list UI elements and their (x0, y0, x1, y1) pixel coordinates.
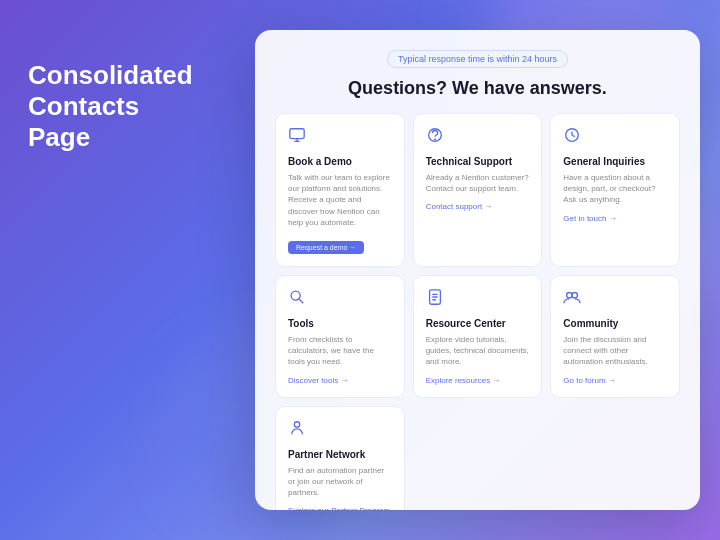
support-icon (426, 126, 448, 148)
file-icon (426, 288, 448, 310)
tools-card: Tools From checklists to calculators, we… (275, 275, 405, 398)
monitor-icon (288, 126, 310, 148)
general-inquiries-desc: Have a question about a design, part, or… (563, 172, 667, 206)
partner-icon (288, 419, 310, 441)
questions-title: Questions? We have answers. (275, 78, 680, 99)
resource-center-title: Resource Center (426, 318, 530, 329)
search-icon (288, 288, 310, 310)
tech-support-desc: Already a Nention customer? Contact our … (426, 172, 530, 194)
contact-support-link[interactable]: Contact support → (426, 202, 530, 211)
clock-icon (563, 126, 585, 148)
partner-program-link[interactable]: Explore our Partner Program → (288, 506, 392, 510)
resource-center-card: Resource Center Explore video tutorials,… (413, 275, 543, 398)
book-demo-card: Book a Demo Talk with our team to explor… (275, 113, 405, 267)
community-title: Community (563, 318, 667, 329)
tools-title: Tools (288, 318, 392, 329)
discover-tools-link[interactable]: Discover tools → (288, 376, 392, 385)
page-label: Consolidated Contacts Page (28, 60, 193, 154)
community-card: Community Join the discussion and connec… (550, 275, 680, 398)
tools-desc: From checklists to calculators, we have … (288, 334, 392, 368)
svg-point-6 (291, 291, 300, 300)
community-icon (563, 288, 585, 310)
service-cards-grid: Book a Demo Talk with our team to explor… (275, 113, 680, 510)
response-badge-container: Typical response time is within 24 hours (275, 50, 680, 68)
label-line3: Page (28, 122, 193, 153)
main-card: Typical response time is within 24 hours… (255, 30, 700, 510)
community-link[interactable]: Go to forum → (563, 376, 667, 385)
label-line1: Consolidated (28, 60, 193, 91)
response-time-badge: Typical response time is within 24 hours (387, 50, 568, 68)
svg-line-7 (299, 299, 303, 303)
community-desc: Join the discussion and connect with oth… (563, 334, 667, 368)
partner-network-title: Partner Network (288, 449, 392, 460)
partner-network-card: Partner Network Find an automation partn… (275, 406, 405, 511)
get-in-touch-link[interactable]: Get in touch → (563, 214, 667, 223)
svg-point-13 (572, 292, 577, 297)
label-line2: Contacts (28, 91, 193, 122)
request-demo-button[interactable]: Request a demo → (288, 241, 364, 254)
technical-support-card: Technical Support Already a Nention cust… (413, 113, 543, 267)
partner-network-desc: Find an automation partner or join our n… (288, 465, 392, 499)
resource-center-desc: Explore video tutorials, guides, technic… (426, 334, 530, 368)
svg-point-4 (434, 139, 435, 140)
book-demo-title: Book a Demo (288, 156, 392, 167)
svg-point-12 (567, 292, 572, 297)
svg-rect-0 (290, 129, 304, 139)
general-inquiries-card: General Inquiries Have a question about … (550, 113, 680, 267)
explore-resources-link[interactable]: Explore resources → (426, 376, 530, 385)
general-inquiries-title: General Inquiries (563, 156, 667, 167)
book-demo-desc: Talk with our team to explore our platfo… (288, 172, 392, 228)
questions-section: Typical response time is within 24 hours… (255, 30, 700, 510)
svg-point-14 (294, 421, 299, 426)
tech-support-title: Technical Support (426, 156, 530, 167)
